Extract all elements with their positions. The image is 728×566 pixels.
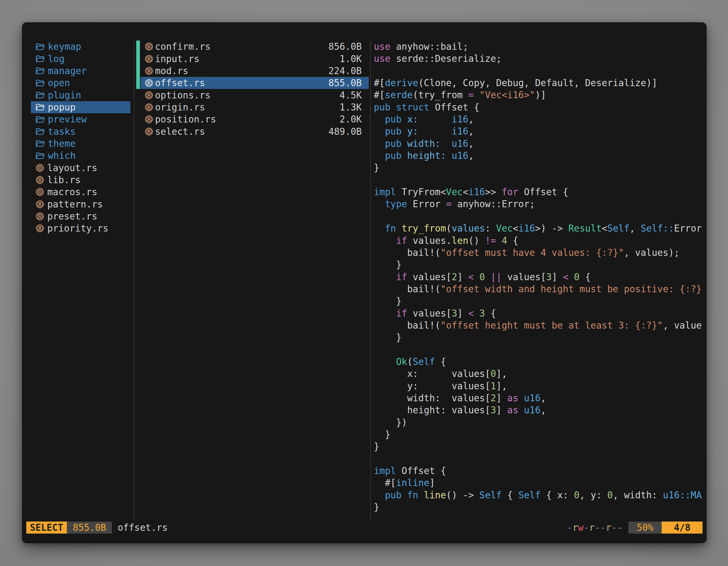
svg-text:R: R [147,105,151,110]
pane-divider-left [134,41,134,521]
code-line: pub fn line() -> Self { Self { x: 0, y: … [374,489,705,501]
code-token: pub [385,126,402,137]
code-token: struct [396,102,429,113]
code-token: , [468,126,474,137]
code-token: () [468,235,485,246]
sidebar-item-priority-rs[interactable]: Rpriority.rs [31,222,130,234]
code-token: height: values[ [374,405,490,415]
rust-file-icon: R [145,55,153,63]
code-token: )] [535,90,546,100]
folder-open-icon [36,67,45,75]
status-bar: SELECT 855.0B offset.rs -rw-r--r-- 50% 4… [26,522,703,534]
code-token: } [374,502,379,513]
code-token: 3 [480,308,485,319]
sidebar-item-label: theme [48,138,76,149]
current-directory-pane: Rconfirm.rs856.0BRinput.rs1.0KRmod.rs224… [140,41,369,138]
sidebar-item-keymap[interactable]: keymap [31,41,130,53]
sidebar-item-layout-rs[interactable]: Rlayout.rs [31,162,130,174]
sidebar-item-log[interactable]: log [31,53,130,65]
code-token: width: [407,138,440,149]
code-token: Self:: [641,223,674,234]
code-token: } [374,295,401,306]
code-token [374,114,385,125]
code-token [374,150,385,161]
file-item-offset-rs[interactable]: Roffset.rs855.0B [140,77,369,89]
file-size-badge: 855.0B [67,522,112,534]
rust-file-icon: R [145,91,153,100]
code-token: values [452,223,485,234]
code-line: if values.len() != 4 { [374,235,705,247]
sidebar-item-pattern-rs[interactable]: Rpattern.rs [31,198,130,210]
code-token: "offset must have 4 values: {:?}" [440,247,624,258]
svg-text:R: R [147,81,151,86]
code-token: , values); [624,247,680,258]
file-size: 489.0B [328,126,362,137]
code-token: i16 [468,187,485,198]
code-token: y: [407,126,418,137]
file-item-origin-rs[interactable]: Rorigin.rs1.3K [140,101,369,113]
code-token: 3 [452,308,457,319]
file-name: confirm.rs [155,41,211,52]
code-token: bail!( [374,283,440,294]
sidebar-item-label: lib.rs [47,175,81,186]
code-token: Offset { [429,102,480,113]
code-token: derive [385,78,418,88]
code-token: #[ [374,90,385,100]
sidebar-item-lib-rs[interactable]: Rlib.rs [31,174,130,186]
code-token: use [374,41,391,52]
sidebar-item-theme[interactable]: theme [31,138,130,150]
code-token: values[ [407,308,452,319]
file-permissions: -rw-r--r-- [567,522,623,533]
code-token: ] [457,308,468,319]
file-item-options-rs[interactable]: Roptions.rs4.5K [140,89,369,101]
code-line: #[serde(try_from = "Vec<i16>")] [374,89,705,101]
code-token: for [502,187,518,198]
code-line: use anyhow::bail; [374,41,705,53]
svg-text:R: R [147,44,151,49]
sidebar-item-popup[interactable]: popup [31,101,130,113]
file-size: 2.0K [340,114,362,125]
file-item-mod-rs[interactable]: Rmod.rs224.0B [140,65,369,77]
file-item-confirm-rs[interactable]: Rconfirm.rs856.0B [140,41,369,53]
code-token [401,114,407,125]
rust-file-icon: R [36,200,44,209]
file-item-position-rs[interactable]: Rposition.rs2.0K [140,113,369,125]
sidebar-item-tasks[interactable]: tasks [31,125,130,137]
code-line: } [374,162,705,174]
code-token: Self [480,490,502,501]
code-token: , [541,405,546,415]
code-token: } [374,429,391,440]
rust-file-icon: R [145,42,153,51]
code-token: ] [552,272,563,283]
code-line: pub height: u16, [374,150,705,162]
file-item-select-rs[interactable]: Rselect.rs489.0B [140,125,369,137]
code-token: anyhow::Error; [452,199,535,210]
file-pane-scrollbar[interactable] [136,41,140,89]
code-token: Offset { [396,465,446,476]
permission-flag: r [572,522,578,533]
code-token: bail!( [374,320,440,331]
sidebar-item-preview[interactable]: preview [31,113,130,125]
code-token [440,138,452,149]
code-token [401,126,407,137]
code-token: 3 [490,405,496,415]
permission-flag: r [606,522,611,533]
code-line: } [374,501,705,513]
sidebar-item-macros-rs[interactable]: Rmacros.rs [31,186,130,198]
code-token [374,272,396,283]
sidebar-item-manager[interactable]: manager [31,65,130,77]
code-token: values[ [502,272,546,283]
code-token: 0 [607,490,613,501]
file-item-input-rs[interactable]: Rinput.rs1.0K [140,53,369,65]
code-token: fn [385,223,396,234]
sidebar-item-which[interactable]: which [31,150,130,162]
sidebar-item-plugin[interactable]: plugin [31,89,130,101]
code-token: } [374,332,401,343]
sidebar-item-preset-rs[interactable]: Rpreset.rs [31,210,130,222]
sidebar-item-open[interactable]: open [31,77,130,89]
sidebar-item-label: plugin [48,90,81,101]
code-token: bail!( [374,247,440,258]
code-line: bail!("offset height must be at least 3:… [374,319,705,331]
file-name: input.rs [155,53,199,64]
code-token: #[ [374,78,385,88]
